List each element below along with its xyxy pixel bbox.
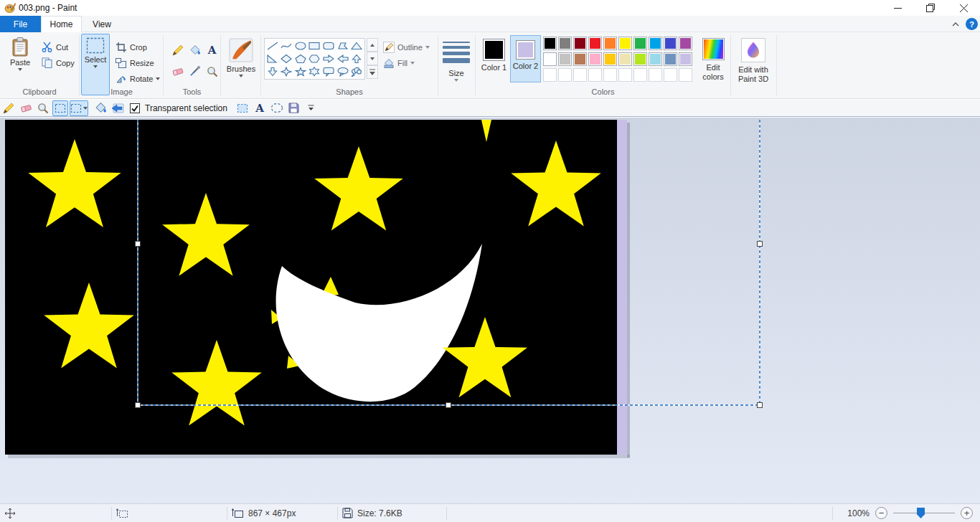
palette-swatch-empty[interactable]	[664, 68, 677, 82]
copy-button[interactable]: Copy	[39, 55, 77, 70]
zoom-slider-thumb[interactable]	[917, 508, 925, 518]
qat-save-button[interactable]	[286, 100, 302, 116]
shape-curve-icon[interactable]	[280, 40, 293, 52]
tab-home[interactable]: Home	[41, 16, 82, 32]
shape-rounded-rectangle-icon[interactable]	[322, 40, 335, 52]
shapes-scroll-up-button[interactable]	[367, 38, 378, 52]
transparent-selection-label[interactable]: Transparent selection	[145, 103, 227, 113]
palette-swatch[interactable]	[543, 37, 557, 50]
close-button[interactable]	[947, 0, 980, 16]
size-button[interactable]: Size	[439, 34, 473, 95]
shapes-more-button[interactable]	[367, 65, 378, 79]
palette-swatch-empty[interactable]	[649, 68, 662, 82]
shape-ellipse-icon[interactable]	[294, 40, 307, 52]
palette-swatch[interactable]	[588, 37, 602, 50]
shape-line-icon[interactable]	[266, 40, 279, 52]
palette-swatch-empty[interactable]	[558, 68, 572, 82]
tab-view[interactable]: View	[82, 16, 122, 32]
color2-button[interactable]: Color 2	[510, 35, 541, 82]
customize-qat-button[interactable]	[303, 100, 319, 116]
select-button[interactable]: Select	[81, 34, 110, 95]
selection-handle[interactable]	[758, 403, 763, 408]
qat-fill-button[interactable]	[93, 100, 108, 116]
shape-star-4-icon[interactable]	[280, 66, 293, 77]
selection-handle[interactable]	[136, 403, 141, 408]
restore-button[interactable]	[914, 0, 947, 16]
transparent-selection-checkbox[interactable]	[127, 100, 143, 116]
brushes-button[interactable]: Brushes	[223, 34, 259, 95]
shape-arrow-up-icon[interactable]	[350, 53, 363, 65]
shape-callout-rounded-icon[interactable]	[322, 66, 335, 77]
qat-pencil-button[interactable]	[1, 100, 17, 116]
palette-swatch[interactable]	[573, 37, 587, 50]
selection-handle[interactable]	[758, 242, 763, 247]
magnifier-tool-button[interactable]	[204, 64, 220, 79]
palette-swatch[interactable]	[603, 37, 617, 50]
palette-swatch-empty[interactable]	[603, 68, 617, 82]
palette-swatch-empty[interactable]	[618, 68, 632, 82]
palette-swatch[interactable]	[679, 37, 692, 50]
palette-swatch[interactable]	[618, 37, 632, 50]
shape-arrow-right-icon[interactable]	[322, 53, 335, 65]
color-picker-tool-button[interactable]	[187, 64, 203, 79]
qat-eraser-button[interactable]	[18, 100, 34, 116]
palette-swatch[interactable]	[664, 37, 677, 50]
fill-tool-button[interactable]	[187, 42, 203, 57]
edit-colors-button[interactable]: Edit colors	[697, 35, 729, 92]
palette-swatch[interactable]	[649, 37, 662, 50]
palette-swatch-empty[interactable]	[588, 68, 602, 82]
palette-swatch-empty[interactable]	[543, 68, 557, 82]
shape-right-triangle-icon[interactable]	[266, 53, 279, 65]
collapse-ribbon-button[interactable]	[948, 17, 963, 32]
palette-swatch[interactable]	[573, 52, 587, 66]
shapes-scroll-down-button[interactable]	[367, 52, 378, 65]
shape-diamond-icon[interactable]	[280, 53, 293, 65]
shape-fill-button[interactable]: Fill	[380, 55, 417, 70]
palette-swatch-empty[interactable]	[679, 68, 692, 82]
selection-handle[interactable]	[136, 242, 141, 247]
palette-swatch[interactable]	[618, 52, 632, 66]
palette-swatch[interactable]	[649, 52, 662, 66]
shape-triangle-icon[interactable]	[350, 40, 363, 52]
qat-selection-options-button[interactable]	[235, 100, 250, 116]
shape-pentagon-icon[interactable]	[294, 53, 307, 65]
text-tool-button[interactable]: A	[204, 42, 220, 57]
shape-arrow-down-icon[interactable]	[266, 66, 279, 77]
qat-freeform-selection-button[interactable]	[269, 100, 285, 116]
shape-polygon-icon[interactable]	[336, 40, 349, 52]
canvas[interactable]	[0, 118, 980, 503]
eraser-tool-button[interactable]	[169, 64, 186, 79]
palette-swatch[interactable]	[633, 37, 647, 50]
shape-star-5-icon[interactable]	[294, 66, 307, 77]
palette-swatch[interactable]	[543, 52, 557, 66]
shape-rectangle-icon[interactable]	[308, 40, 321, 52]
shape-star-6-icon[interactable]	[308, 66, 321, 77]
qat-invert-selection-button[interactable]	[110, 100, 126, 116]
palette-swatch[interactable]	[679, 52, 692, 66]
cut-button[interactable]: Cut	[39, 39, 70, 54]
shape-arrow-left-icon[interactable]	[336, 53, 349, 65]
shape-hexagon-icon[interactable]	[308, 53, 321, 65]
minimize-button[interactable]	[881, 0, 914, 16]
color1-button[interactable]: Color 1	[479, 35, 509, 82]
qat-text-button[interactable]: A	[252, 100, 268, 116]
shape-outline-button[interactable]: Outline	[380, 39, 432, 54]
qat-select-button[interactable]	[52, 100, 68, 116]
qat-magnifier-button[interactable]	[35, 100, 51, 116]
palette-swatch[interactable]	[558, 52, 572, 66]
selection-handle[interactable]	[446, 403, 451, 408]
edit-with-paint3d-button[interactable]: Edit with Paint 3D	[732, 35, 775, 95]
shape-callout-oval-icon[interactable]	[336, 66, 349, 77]
resize-button[interactable]: Resize	[113, 55, 156, 70]
zoom-in-button[interactable]: +	[961, 507, 973, 519]
palette-swatch-empty[interactable]	[633, 68, 647, 82]
qat-select-dropdown-button[interactable]	[70, 100, 88, 116]
shape-callout-cloud-icon[interactable]	[350, 66, 363, 77]
crop-button[interactable]: Crop	[113, 39, 149, 54]
rotate-button[interactable]: Rotate	[113, 71, 162, 86]
paste-button[interactable]: Paste	[4, 34, 36, 95]
tab-file[interactable]: File	[0, 16, 41, 32]
palette-swatch-empty[interactable]	[573, 68, 587, 82]
help-button[interactable]: ?	[966, 18, 978, 30]
palette-swatch[interactable]	[603, 52, 617, 66]
